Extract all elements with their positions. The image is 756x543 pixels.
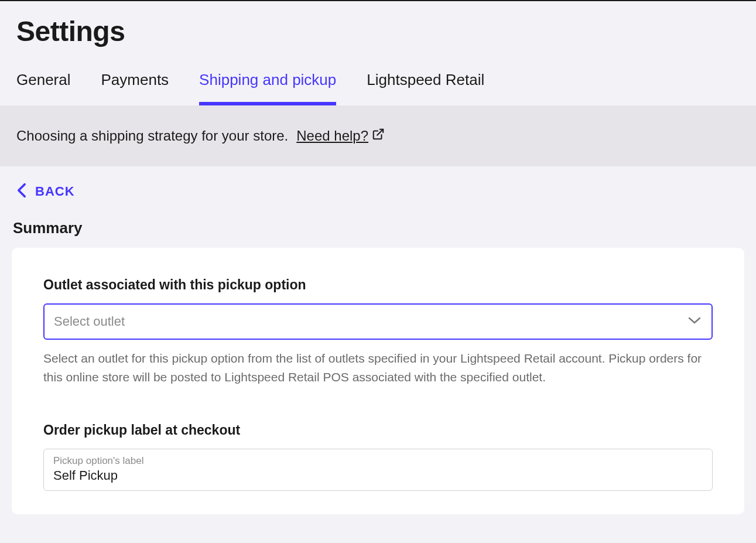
settings-tabs: General Payments Shipping and pickup Lig…	[0, 53, 756, 105]
page-title: Settings	[0, 1, 756, 53]
outlet-field-group: Outlet associated with this pickup optio…	[43, 277, 713, 386]
pickup-label-input[interactable]	[53, 468, 703, 483]
pickup-label-floating-label: Pickup option's label	[53, 455, 703, 467]
tab-lightspeed-retail[interactable]: Lightspeed Retail	[367, 71, 484, 105]
help-bar: Choosing a shipping strategy for your st…	[0, 105, 756, 166]
back-label: BACK	[35, 184, 75, 199]
pickup-label-input-wrap[interactable]: Pickup option's label	[43, 449, 713, 491]
summary-card: Outlet associated with this pickup optio…	[12, 248, 744, 514]
outlet-help-text: Select an outlet for this pickup option …	[43, 349, 713, 386]
outlet-select[interactable]: Select outlet	[43, 303, 713, 340]
outlet-select-placeholder: Select outlet	[54, 314, 125, 329]
tab-shipping-and-pickup[interactable]: Shipping and pickup	[199, 71, 336, 105]
pickup-label-field-label: Order pickup label at checkout	[43, 422, 713, 438]
need-help-link[interactable]: Need help?	[296, 128, 385, 144]
pickup-label-field-group: Order pickup label at checkout Pickup op…	[43, 422, 713, 491]
help-bar-message: Choosing a shipping strategy for your st…	[16, 128, 288, 144]
svg-line-0	[377, 129, 383, 135]
chevron-left-icon	[16, 183, 27, 200]
chevron-down-icon	[688, 316, 701, 327]
section-heading-summary: Summary	[0, 206, 756, 248]
outlet-field-label: Outlet associated with this pickup optio…	[43, 277, 713, 293]
tab-payments[interactable]: Payments	[101, 71, 169, 105]
need-help-label: Need help?	[296, 128, 368, 144]
tab-general[interactable]: General	[16, 71, 71, 105]
external-link-icon	[372, 128, 385, 144]
back-button[interactable]: BACK	[0, 166, 756, 206]
